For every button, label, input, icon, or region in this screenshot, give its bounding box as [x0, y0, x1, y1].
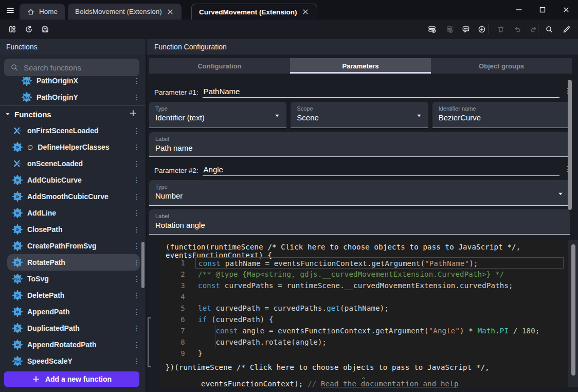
sidebar-item-SpeedScaleY[interactable]: f(x)SpeedScaleY⋮ — [0, 353, 146, 369]
code-token: "PathName" — [425, 259, 469, 268]
item-menu-icon[interactable]: ⋮ — [133, 308, 140, 316]
add-subevent-icon[interactable] — [443, 23, 455, 35]
add-comment-icon[interactable] — [460, 23, 472, 35]
sidebar-item-PathOriginX[interactable]: f(x)PathOriginX⋮ — [0, 77, 146, 89]
code-line[interactable]: 1const pathName = eventsFunctionContext.… — [159, 257, 578, 269]
sidebar-item-DefineHelperClasses[interactable]: »∅DefineHelperClasses⋮ — [0, 139, 146, 155]
functions-section-header[interactable]: Functions — [0, 106, 146, 122]
field-label: Label — [149, 209, 570, 219]
sidebar-item-AppendRotatedPath[interactable]: »AppendRotatedPath⋮ — [0, 336, 146, 353]
sidebar-item-RotatePath[interactable]: »RotatePath⋮ — [0, 254, 146, 271]
sidebar-item-AddSmoothCubicCurve[interactable]: »AddSmoothCubicCurve⋮ — [0, 188, 146, 205]
item-menu-icon[interactable]: ⋮ — [133, 324, 140, 332]
sidebar-item-AddCubicCurve[interactable]: »AddCubicCurve⋮ — [0, 172, 146, 188]
sidebar-item-AppendPath[interactable]: »AppendPath⋮ — [0, 304, 146, 320]
tab-object-groups[interactable]: Object groups — [431, 58, 572, 74]
sidebar-scrollbar[interactable] — [141, 242, 144, 288]
code-line[interactable]: 2/** @type {Map<string, gdjs.__curvedMov… — [159, 269, 578, 280]
undo-icon[interactable] — [511, 23, 523, 35]
close-window-button[interactable] — [554, 0, 578, 20]
parameter-1-name-input[interactable]: PathName — [203, 87, 559, 98]
add-new-function-button[interactable]: Add a new function — [4, 371, 139, 387]
action-icon: » — [12, 257, 23, 268]
code-lines: 1const pathName = eventsFunctionContext.… — [159, 257, 578, 359]
home-icon — [27, 8, 35, 16]
item-menu-icon[interactable]: ⋮ — [133, 357, 140, 365]
history-icon[interactable] — [23, 23, 35, 35]
field-value: Path name — [149, 142, 570, 152]
parameter-1-scope-select[interactable]: Scope Scene — [291, 102, 428, 128]
item-menu-icon[interactable]: ⋮ — [133, 209, 140, 217]
item-menu-icon[interactable]: ⋮ — [133, 192, 140, 201]
item-menu-icon[interactable]: ⋮ — [133, 242, 140, 250]
item-menu-icon[interactable]: ⋮ — [133, 341, 140, 349]
item-menu-icon[interactable]: ⋮ — [133, 159, 140, 168]
wrapper-line[interactable]: })(runtimeScene /* Click here to choose … — [166, 363, 572, 371]
sidebar-title: Functions — [0, 39, 146, 55]
tab-home[interactable]: Home — [20, 4, 65, 20]
add-more-icon[interactable] — [476, 23, 488, 35]
item-menu-icon[interactable]: ⋮ — [133, 127, 140, 135]
code-token: curvedPath.rotate(angle); — [198, 338, 327, 346]
item-menu-icon[interactable]: ⋮ — [133, 258, 140, 266]
trash-icon[interactable] — [495, 23, 507, 35]
parameters-scrollbar[interactable] — [568, 80, 572, 210]
sidebar-item-AddLine[interactable]: »AddLine⋮ — [0, 205, 146, 221]
editor-expand-caret[interactable]: ^ — [159, 377, 568, 384]
code-token: Math — [478, 327, 496, 335]
code-token: let — [198, 304, 216, 312]
item-menu-icon[interactable]: ⋮ — [133, 275, 140, 283]
sidebar-item-DuplicatedPath[interactable]: »DuplicatedPath⋮ — [0, 320, 146, 336]
search-icon[interactable] — [543, 23, 555, 35]
search-functions-input[interactable]: Search functions — [4, 59, 139, 76]
editor-scrollbar-thumb[interactable] — [571, 244, 575, 376]
close-icon[interactable] — [301, 8, 310, 16]
sidebar-item-onSceneLoaded[interactable]: onSceneLoaded⋮ — [0, 155, 146, 172]
javascript-code-editor[interactable]: (function(runtimeScene /* Click here to … — [159, 240, 578, 387]
save-icon[interactable] — [39, 23, 51, 35]
hamburger-menu-icon[interactable] — [4, 4, 16, 16]
parameter-1-identifier-input[interactable]: Identifier name BezierCurve — [432, 102, 570, 128]
parameter-1-label-input[interactable]: Label Path name — [149, 132, 570, 157]
functions-section-label: Functions — [14, 110, 125, 119]
code-line[interactable]: 3const curvedPaths = runtimeScene.__curv… — [159, 280, 578, 291]
item-menu-icon[interactable]: ⋮ — [133, 143, 140, 151]
parameter-1-type-select[interactable]: Type Identifier (text) — [149, 102, 286, 128]
tab-configuration[interactable]: Configuration — [149, 58, 290, 74]
item-menu-icon[interactable]: ⋮ — [133, 291, 140, 299]
action-icon: » — [12, 191, 23, 202]
item-menu-icon[interactable]: ⋮ — [133, 93, 140, 101]
code-line[interactable]: 7 const angle = eventsFunctionContext.ge… — [159, 325, 578, 336]
item-menu-icon[interactable]: ⋮ — [133, 77, 140, 85]
close-icon[interactable] — [166, 8, 174, 16]
sidebar-item-onFirstSceneLoaded[interactable]: onFirstSceneLoaded⋮ — [0, 122, 146, 139]
parameter-2-type-select[interactable]: Type Number — [149, 180, 570, 206]
add-event-icon[interactable] — [426, 23, 438, 35]
code-line[interactable]: 4 — [159, 291, 578, 302]
line-number: 8 — [159, 336, 185, 348]
sidebar-item-DeletePath[interactable]: »DeletePath⋮ — [0, 287, 146, 304]
project-manager-icon[interactable] — [6, 23, 19, 35]
item-menu-icon[interactable]: ⋮ — [133, 176, 140, 184]
code-line[interactable]: 6if (curvedPath) { — [159, 314, 578, 325]
add-function-plus-icon[interactable] — [129, 109, 139, 119]
sidebar-item-ToSvg[interactable]: f(x)ToSvg⋮ — [0, 271, 146, 287]
wrapper-line[interactable]: (function(runtimeScene /* Click here to … — [166, 243, 572, 251]
code-token: ); — [469, 259, 478, 268]
tab-parameters[interactable]: Parameters — [290, 58, 431, 74]
sidebar-item-PathOriginY[interactable]: f(x)PathOriginY⋮ — [0, 89, 146, 105]
minimize-button[interactable] — [507, 0, 531, 20]
code-line[interactable]: 9} — [159, 348, 578, 359]
line-number: 1 — [159, 257, 185, 269]
tab-curvedmovement[interactable]: CurvedMovement (Extension) — [191, 4, 317, 20]
item-menu-icon[interactable]: ⋮ — [133, 225, 140, 234]
sidebar-item-ClosePath[interactable]: »ClosePath⋮ — [0, 221, 146, 238]
maximize-button[interactable] — [531, 0, 554, 20]
code-line[interactable]: 5let curvedPath = curvedPaths.get(pathNa… — [159, 302, 578, 314]
tab-boidsmovement[interactable]: BoidsMovement (Extension) — [68, 4, 182, 20]
sidebar-item-CreatePathFromSvg[interactable]: »CreatePathFromSvg⋮ — [0, 238, 146, 254]
parameter-2-label-input[interactable]: Label Rotation angle — [149, 209, 570, 235]
edit-pen-icon[interactable] — [561, 23, 573, 35]
parameter-2-name-input[interactable]: Angle — [203, 165, 559, 176]
code-line[interactable]: 8 curvedPath.rotate(angle); — [159, 336, 578, 348]
